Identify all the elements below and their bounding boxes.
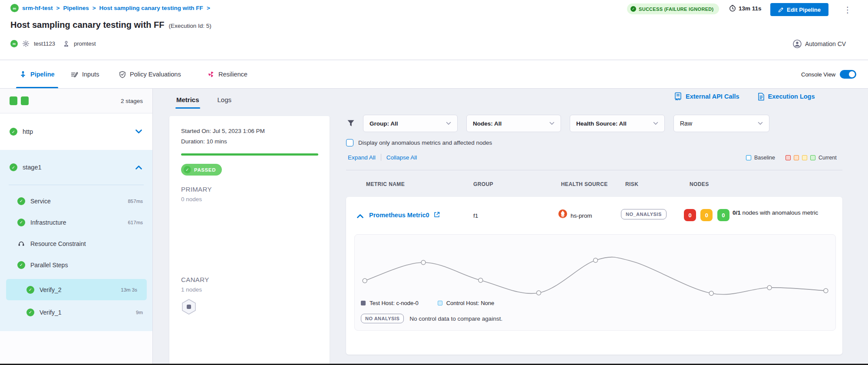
title-row: Host sampling canary testing with FF (Ex…	[10, 20, 211, 30]
sidebar-step-verify-2[interactable]: ✓ Verify_2 13m 3s	[6, 279, 147, 300]
breadcrumb-separator: >	[207, 5, 210, 11]
passed-badge: ✓ PASSED	[181, 164, 222, 176]
chevron-up-icon[interactable]	[135, 165, 142, 169]
expand-collapse-controls: Expand All Collapse All	[348, 154, 417, 161]
verification-progress-bar	[181, 153, 318, 156]
anomalous-filter-row: Display only anomalous metrics and affec…	[346, 139, 492, 146]
pencil-icon	[778, 7, 784, 13]
col-health-source: HEALTH SOURCE	[561, 181, 608, 187]
breadcrumb-project[interactable]: srm-hf-test	[22, 5, 53, 11]
breadcrumb-separator: >	[56, 5, 60, 11]
anomalous-only-checkbox[interactable]	[346, 139, 353, 146]
tab-pipeline[interactable]: Pipeline	[20, 60, 55, 88]
stage-status-square	[10, 96, 17, 105]
success-check-icon: ✓	[184, 166, 191, 173]
filter-icon[interactable]	[347, 119, 355, 128]
red-node-count: 0	[684, 209, 696, 221]
pipeline-icon	[20, 71, 26, 78]
chevron-down-icon[interactable]	[135, 129, 142, 134]
primary-label: PRIMARY	[181, 186, 212, 193]
amber-node-count: 0	[700, 209, 713, 221]
success-check-icon: ✓	[17, 197, 25, 205]
breadcrumb-pipeline-name[interactable]: Host sampling canary testing with FF	[99, 5, 203, 11]
execution-status-badge: ✓ SUCCESS (FAILURE IGNORED)	[627, 3, 719, 14]
sidebar-stage1-group: ✓ stage1 ✓ Service 857ms ✓ Infrastructur…	[0, 150, 152, 331]
nodes-summary: 0/1 nodes with anomalous metric	[733, 208, 837, 217]
anomalous-checkbox-label: Display only anomalous metrics and affec…	[358, 139, 492, 146]
group-filter-dropdown[interactable]: Group: All	[363, 115, 458, 132]
external-api-calls-link[interactable]: API External API Calls	[674, 92, 739, 101]
metric-name-link[interactable]: Prometheus Metric0	[369, 212, 429, 219]
sidebar-step-infrastructure[interactable]: ✓ Infrastructure 617ms	[0, 212, 152, 233]
breadcrumb: ∞ srm-hf-test > Pipelines > Host samplin…	[10, 4, 210, 12]
analysis-message: No control data to compare against.	[409, 315, 502, 322]
current-red-swatch	[785, 155, 791, 160]
analysis-result-row: NO ANALYSIS No control data to compare a…	[361, 314, 502, 323]
svg-text:API: API	[675, 98, 680, 101]
health-source-filter-dropdown[interactable]: Health Source: All	[570, 115, 665, 132]
divider	[9, 185, 144, 185]
chevron-down-icon	[653, 122, 658, 125]
col-group: GROUP	[473, 181, 493, 187]
tab-metrics[interactable]: Metrics	[176, 96, 199, 103]
green-node-count: 0	[717, 209, 729, 221]
toggle-knob	[849, 71, 855, 77]
divider	[346, 170, 842, 170]
sidebar-step-verify-1[interactable]: ✓ Verify_1 9m	[0, 302, 152, 323]
triggered-by-user: Automation CV	[793, 40, 846, 48]
metric-row-card: Prometheus Metric0 f1 hs-prom NO_ANALYSI…	[346, 197, 842, 355]
success-check-icon: ✓	[630, 6, 636, 12]
chevron-up-icon[interactable]	[357, 214, 363, 218]
col-metric-name: METRIC NAME	[366, 181, 405, 187]
prometheus-icon	[558, 209, 568, 219]
stage-status-square	[21, 96, 29, 105]
nodes-filter-dropdown[interactable]: Nodes: All	[466, 115, 561, 132]
success-check-icon: ✓	[17, 219, 25, 226]
shield-check-icon	[119, 71, 126, 78]
service-icon	[63, 40, 69, 47]
execution-id: (Execution Id: 5)	[169, 23, 211, 29]
resource-constraint-icon	[17, 240, 25, 248]
sidebar-stage-stage1[interactable]: ✓ stage1	[0, 150, 152, 185]
page-title: Host sampling canary testing with FF	[10, 20, 165, 30]
metric-chart-panel: Test Host: c-node-0 Control Host: None N…	[354, 234, 836, 331]
harness-pipeline-execution-page: ∞ srm-hf-test > Pipelines > Host samplin…	[0, 0, 868, 365]
success-check-icon: ✓	[17, 261, 25, 269]
active-tab-underline	[16, 87, 58, 88]
canary-label: CANARY	[181, 276, 209, 283]
sidebar-step-parallel-steps[interactable]: ✓ Parallel Steps	[0, 254, 152, 275]
environment-name[interactable]: test1123	[34, 40, 55, 47]
service-name[interactable]: promtest	[74, 40, 96, 47]
console-view-control: Console View	[801, 60, 856, 88]
tab-logs[interactable]: Logs	[218, 96, 232, 103]
gear-icon	[22, 40, 30, 47]
edit-pipeline-button[interactable]: Edit Pipeline	[770, 3, 828, 16]
execution-sidebar: 2 stages ✓ http ✓ stage1 ✓ Service 857ms	[0, 89, 153, 364]
expand-all-link[interactable]: Expand All	[348, 154, 376, 161]
external-link-icon[interactable]	[433, 211, 440, 218]
sidebar-step-service[interactable]: ✓ Service 857ms	[0, 190, 152, 212]
execution-logs-link[interactable]: Execution Logs	[758, 92, 815, 101]
console-view-toggle[interactable]	[840, 70, 856, 79]
tab-policy-evaluations[interactable]: Policy Evaluations	[119, 60, 181, 88]
test-host-legend: Test Host: c-node-0	[361, 300, 419, 306]
kebab-menu-icon[interactable]: ⋮	[842, 3, 853, 16]
primary-node-count: 0 nodes	[181, 196, 202, 202]
collapse-all-link[interactable]: Collapse All	[386, 154, 417, 161]
sidebar-step-resource-constraint[interactable]: Resource Constraint	[0, 233, 152, 254]
resilience-chaos-icon	[208, 71, 215, 78]
sidebar-stage-http[interactable]: ✓ http	[0, 113, 152, 150]
verify-panel-tabs: Metrics Logs	[176, 90, 231, 110]
stage-count: 2 stages	[121, 98, 143, 104]
chevron-down-icon	[549, 122, 554, 125]
tab-resilience[interactable]: Resilience	[208, 60, 248, 88]
canary-node-hexagon-icon[interactable]	[181, 299, 197, 315]
breadcrumb-pipelines[interactable]: Pipelines	[63, 5, 89, 11]
success-check-icon: ✓	[26, 286, 34, 294]
display-mode-dropdown[interactable]: Raw	[673, 115, 769, 132]
tab-inputs[interactable]: Inputs	[71, 60, 99, 88]
metric-timeseries-chart[interactable]	[355, 237, 835, 302]
node-risk-counts: 0 0 0	[684, 209, 729, 221]
chevron-down-icon	[446, 122, 451, 125]
no-analysis-badge: NO ANALYSIS	[361, 314, 404, 323]
